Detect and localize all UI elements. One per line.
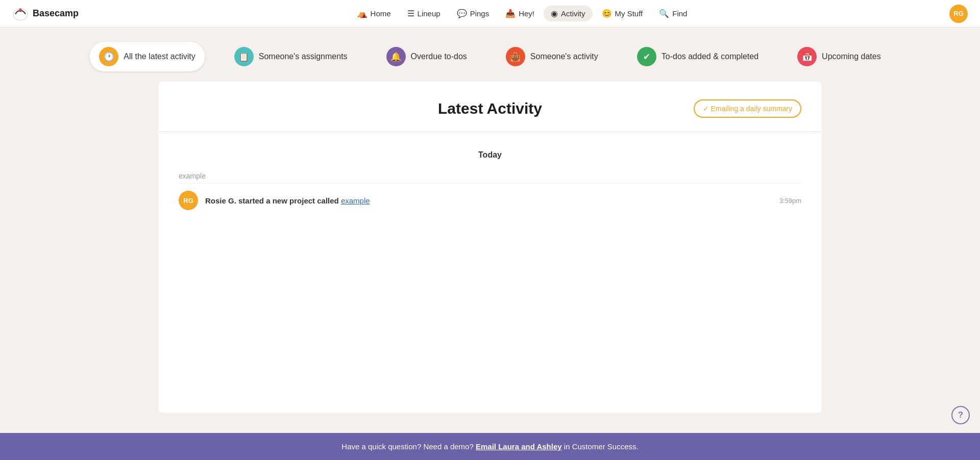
activity-nav-latest[interactable]: 🕐All the latest activity <box>90 42 205 71</box>
logo[interactable]: Basecamp <box>12 6 79 22</box>
someones_assignments-icon: 📋 <box>234 47 254 66</box>
activity-nav-todos_added[interactable]: ✔To-dos added & completed <box>628 42 768 71</box>
activity-nav-upcoming_dates[interactable]: 📅Upcoming dates <box>788 42 890 71</box>
nav-label-mystuff: My Stuff <box>615 9 643 18</box>
footer-email-link[interactable]: Email Laura and Ashley <box>476 442 562 451</box>
help-button[interactable]: ? <box>951 406 970 424</box>
activity-nav-label-someones_assignments: Someone's assignments <box>259 52 348 61</box>
upcoming_dates-icon: 📅 <box>797 47 817 66</box>
activity-text: Rosie G. started a new project called ex… <box>205 196 772 205</box>
logo-text: Basecamp <box>33 8 79 19</box>
activity-nav-someones_assignments[interactable]: 📋Someone's assignments <box>225 42 357 71</box>
activity-time: 3:59pm <box>779 197 801 205</box>
activity-nav-label-overdue_todos: Overdue to-dos <box>411 52 467 61</box>
todos_added-icon: ✔ <box>637 47 656 66</box>
nav-item-activity[interactable]: ◉Activity <box>544 6 593 21</box>
nav-item-mystuff[interactable]: 😊My Stuff <box>595 6 650 21</box>
date-label: Today <box>179 150 801 168</box>
nav-item-home[interactable]: ⛺Home <box>350 6 398 21</box>
svg-point-1 <box>19 8 22 11</box>
nav-label-find: Find <box>672 9 687 18</box>
latest-icon: 🕐 <box>99 47 118 66</box>
header: Basecamp ⛺Home☰Lineup💬Pings📥Hey!◉Activit… <box>0 0 980 28</box>
activity-project-link[interactable]: example <box>341 196 370 205</box>
nav-item-hey[interactable]: 📥Hey! <box>498 6 542 21</box>
home-icon: ⛺ <box>357 9 368 18</box>
someones_activity-icon: 👜 <box>506 47 525 66</box>
activity-nav-label-todos_added: To-dos added & completed <box>662 52 758 61</box>
activity-row: RGRosie G. started a new project called … <box>179 186 801 215</box>
footer-text-after: in Customer Success. <box>562 442 639 451</box>
mystuff-icon: 😊 <box>602 9 612 18</box>
activity-content: TodayexampleRGRosie G. started a new pro… <box>158 132 822 231</box>
main-content: Latest Activity ✓ Emailing a daily summa… <box>0 82 980 433</box>
activity-nav-label-someones_activity: Someone's activity <box>530 52 598 61</box>
overdue_todos-icon: 🔔 <box>386 47 406 66</box>
activity-nav-overdue_todos[interactable]: 🔔Overdue to-dos <box>377 42 476 71</box>
footer-text-before: Have a quick question? Need a demo? <box>341 442 476 451</box>
user-avatar[interactable]: RG <box>949 5 968 23</box>
activity-user-avatar: RG <box>179 191 198 210</box>
activity-nav-someones_activity[interactable]: 👜Someone's activity <box>497 42 607 71</box>
nav-item-pings[interactable]: 💬Pings <box>450 6 497 21</box>
activity-nav-label-upcoming_dates: Upcoming dates <box>822 52 881 61</box>
date-section: TodayexampleRGRosie G. started a new pro… <box>158 142 822 220</box>
main-nav: ⛺Home☰Lineup💬Pings📥Hey!◉Activity😊My Stuf… <box>95 6 949 21</box>
nav-label-home: Home <box>371 9 391 18</box>
nav-label-lineup: Lineup <box>418 9 440 18</box>
nav-item-lineup[interactable]: ☰Lineup <box>400 6 448 21</box>
header-right: RG <box>949 5 968 23</box>
activity-icon: ◉ <box>551 9 558 18</box>
email-summary-button[interactable]: ✓ Emailing a daily summary <box>694 99 801 118</box>
footer-banner: Have a quick question? Need a demo? Emai… <box>0 433 980 460</box>
nav-label-pings: Pings <box>470 9 489 18</box>
nav-item-find[interactable]: 🔍Find <box>652 6 694 21</box>
lineup-icon: ☰ <box>407 9 414 18</box>
activity-nav: 🕐All the latest activity📋Someone's assig… <box>0 28 980 82</box>
project-group-label: example <box>179 168 801 184</box>
content-header: Latest Activity ✓ Emailing a daily summa… <box>158 82 822 132</box>
nav-label-activity: Activity <box>561 9 585 18</box>
nav-label-hey: Hey! <box>519 9 534 18</box>
pings-icon: 💬 <box>457 9 467 18</box>
page-title: Latest Activity <box>438 100 542 117</box>
content-card: Latest Activity ✓ Emailing a daily summa… <box>158 82 822 413</box>
activity-nav-label-latest: All the latest activity <box>124 52 195 61</box>
find-icon: 🔍 <box>659 9 669 18</box>
hey-icon: 📥 <box>505 9 516 18</box>
